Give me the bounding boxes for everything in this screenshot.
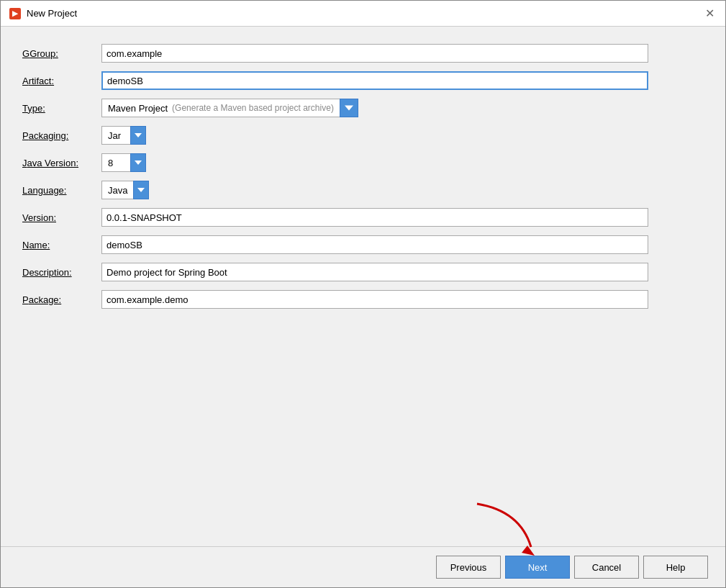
description-row: Description: — [22, 263, 704, 281]
previous-button[interactable]: Previous — [436, 556, 501, 579]
group-input[interactable] — [101, 44, 648, 63]
artifact-label: Artifact: — [22, 76, 101, 86]
type-dropdown-button[interactable] — [340, 99, 358, 117]
title-bar: ▶ New Project ✕ — [1, 1, 725, 27]
packaging-select-text: Jar — [101, 126, 130, 145]
svg-marker-1 — [135, 133, 142, 137]
cancel-button[interactable]: Cancel — [574, 556, 639, 579]
svg-marker-0 — [345, 105, 353, 110]
version-label: Version: — [22, 212, 101, 223]
description-input[interactable] — [101, 263, 648, 281]
packaging-row: Packaging: Jar — [22, 126, 704, 145]
java-version-select-text: 8 — [101, 153, 130, 172]
language-row: Language: Java — [22, 181, 704, 199]
java-version-dropdown-button[interactable] — [130, 153, 146, 172]
help-button[interactable]: Help — [643, 556, 708, 579]
packaging-dropdown-button[interactable] — [130, 126, 146, 145]
version-row: Version: — [22, 208, 704, 227]
new-project-dialog: ▶ New Project ✕ GGroup: Artifact: Type: — [0, 0, 726, 588]
dialog-icon: ▶ — [9, 8, 21, 19]
language-select-container: Java — [101, 181, 149, 199]
dialog-footer: Previous Next Cancel Help — [1, 546, 725, 587]
package-row: Package: — [22, 290, 704, 309]
type-select-container: Maven Project (Generate a Maven based pr… — [101, 99, 358, 117]
name-row: Name: — [22, 235, 704, 254]
language-label: Language: — [22, 185, 101, 196]
group-label: GGroup: — [22, 48, 101, 59]
java-version-row: Java Version: 8 — [22, 153, 704, 172]
svg-marker-3 — [137, 188, 145, 192]
packaging-select-container: Jar — [101, 126, 146, 145]
svg-marker-2 — [135, 160, 142, 165]
description-label: Description: — [22, 267, 101, 278]
dialog-title: New Project — [27, 8, 77, 19]
name-label: Name: — [22, 240, 101, 250]
artifact-input[interactable] — [101, 71, 648, 90]
next-button[interactable]: Next — [505, 556, 570, 579]
form-content: GGroup: Artifact: Type: Maven Project (G… — [1, 27, 725, 546]
language-dropdown-button[interactable] — [133, 181, 149, 199]
java-version-select-container: 8 — [101, 153, 146, 172]
artifact-row: Artifact: — [22, 71, 704, 90]
version-input[interactable] — [101, 208, 648, 227]
close-button[interactable]: ✕ — [702, 6, 717, 21]
package-label: Package: — [22, 294, 101, 305]
packaging-label: Packaging: — [22, 130, 101, 141]
language-select-text: Java — [101, 181, 133, 199]
title-bar-left: ▶ New Project — [9, 8, 77, 19]
type-select-text: Maven Project (Generate a Maven based pr… — [101, 99, 340, 117]
content-spacer — [22, 317, 704, 529]
java-version-label: Java Version: — [22, 158, 101, 168]
name-input[interactable] — [101, 235, 648, 254]
type-row: Type: Maven Project (Generate a Maven ba… — [22, 99, 704, 117]
group-row: GGroup: — [22, 44, 704, 63]
type-label: Type: — [22, 103, 101, 114]
package-input[interactable] — [101, 290, 648, 309]
svg-marker-4 — [522, 546, 535, 556]
